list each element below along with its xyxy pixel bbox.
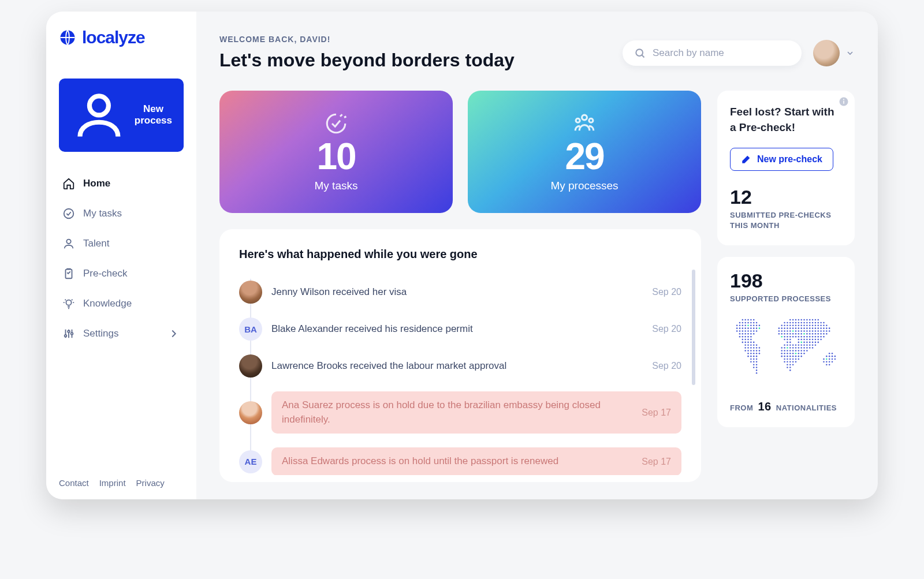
lightbulb-icon [62,297,75,310]
svg-point-33 [742,322,744,323]
svg-point-144 [787,333,788,335]
activity-avatar [239,281,262,304]
stat-card-my-tasks[interactable]: 10 My tasks [219,91,453,213]
svg-point-286 [792,356,794,357]
edit-icon [741,154,751,165]
svg-point-1 [90,96,109,115]
clipboard-icon [62,267,75,280]
sidebar-item-talent[interactable]: Talent [59,231,184,256]
search-icon [634,47,646,59]
sidebar-item-my-tasks[interactable]: My tasks [59,201,184,226]
svg-point-275 [803,353,805,354]
sidebar-item-knowledge[interactable]: Knowledge [59,292,184,316]
svg-point-73 [809,324,811,326]
new-process-button[interactable]: New process [59,79,184,152]
svg-point-272 [795,353,797,354]
svg-point-102 [815,327,817,329]
svg-point-194 [818,339,819,341]
svg-point-103 [818,327,819,329]
svg-point-306 [832,358,833,360]
footer-imprint[interactable]: Imprint [99,478,126,488]
svg-point-243 [806,347,808,349]
svg-point-190 [806,339,808,341]
svg-point-27 [806,319,808,321]
svg-point-107 [829,327,830,329]
brand-name: localyze [82,28,145,47]
svg-point-123 [798,330,800,332]
svg-point-230 [750,347,752,349]
svg-point-315 [795,361,797,363]
svg-point-88 [759,327,761,329]
svg-point-206 [806,341,808,343]
svg-point-127 [809,330,811,332]
stat-card-my-processes[interactable]: 29 My processes [468,91,701,213]
activity-title: Here's what happened while you were gone [239,248,681,261]
svg-point-72 [806,324,808,326]
scrollbar[interactable] [692,270,695,385]
svg-point-18 [747,319,749,321]
svg-point-178 [820,336,822,338]
svg-point-184 [784,339,785,341]
svg-point-307 [834,358,836,360]
activity-item[interactable]: BABlake Alexander received his residence… [239,311,681,348]
svg-point-105 [823,327,825,329]
svg-point-163 [750,336,752,338]
svg-point-268 [784,353,785,354]
svg-point-145 [789,333,791,335]
svg-point-185 [787,339,788,341]
svg-point-188 [800,339,802,341]
svg-point-298 [787,358,788,360]
processes-count: 198 [730,271,842,290]
svg-point-114 [753,330,755,332]
svg-point-166 [787,336,788,338]
svg-point-304 [826,358,828,360]
svg-point-285 [789,356,791,357]
people-icon [572,111,597,136]
sidebar-item-home[interactable]: Home [59,171,184,196]
svg-point-288 [798,356,800,357]
new-pre-check-button[interactable]: New pre-check [730,148,833,171]
svg-point-274 [800,353,802,354]
sidebar-item-pre-check[interactable]: Pre-check [59,262,184,286]
footer-contact[interactable]: Contact [59,478,89,488]
svg-point-113 [750,330,752,332]
search-input[interactable] [653,47,790,59]
activity-item[interactable]: Jenny Wilson received her visaSep 20 [239,274,681,311]
svg-point-242 [803,347,805,349]
svg-point-195 [820,339,822,341]
footer-privacy[interactable]: Privacy [136,478,165,488]
svg-point-23 [795,319,797,321]
svg-point-236 [787,347,788,349]
svg-point-320 [753,364,755,365]
activity-item[interactable]: Lawrence Brooks received the labour mark… [239,348,681,384]
search-box[interactable] [623,40,802,66]
svg-point-53 [823,322,825,323]
svg-point-297 [784,358,785,360]
svg-point-264 [753,353,755,354]
svg-point-279 [750,356,752,357]
svg-point-86 [753,327,755,329]
svg-point-254 [787,350,788,352]
svg-point-303 [823,358,825,360]
svg-point-119 [787,330,788,332]
user-menu[interactable] [813,40,855,66]
svg-point-70 [800,324,802,326]
svg-point-198 [747,341,749,343]
page-headline: Let's move beyond borders today [219,50,611,71]
svg-point-40 [787,322,788,323]
svg-point-246 [744,350,746,352]
stat-cards: 10 My tasks 29 My processes [219,91,701,213]
activity-item[interactable]: AEAlissa Edwards process is on hold unti… [239,440,681,475]
svg-point-9 [636,49,643,56]
svg-point-262 [747,353,749,354]
svg-point-39 [784,322,785,323]
pre-check-card: Feel lost? Start with a Pre-check! New p… [717,91,855,245]
svg-point-208 [812,341,814,343]
activity-item[interactable]: Ana Suarez process is on hold due to the… [239,384,681,440]
svg-point-81 [739,327,741,329]
svg-point-238 [792,347,794,349]
sidebar-item-settings[interactable]: Settings [59,322,184,346]
svg-rect-14 [843,101,844,104]
svg-point-22 [792,319,794,321]
info-icon[interactable] [839,96,849,107]
